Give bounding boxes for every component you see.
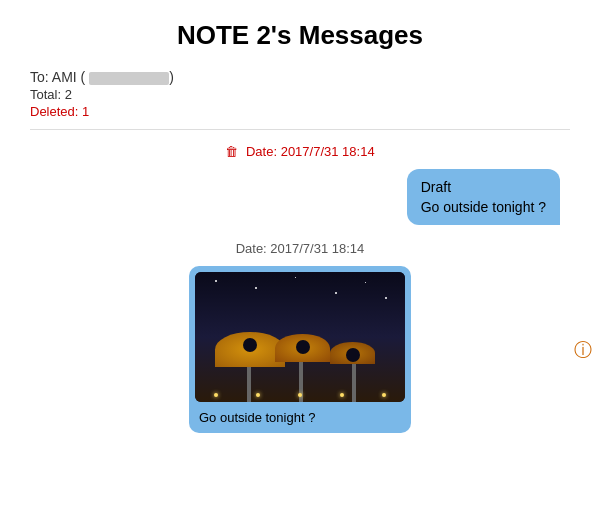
date-text-1: Date: 2017/7/31 18:14 bbox=[246, 144, 375, 159]
recipient-label: To: AMI ( bbox=[30, 69, 85, 85]
warning-icon: ⓘ bbox=[574, 338, 592, 362]
image-bubble-row: Go outside tonight ? ⓘ bbox=[30, 266, 570, 433]
date-text-2: Date: 2017/7/31 18:14 bbox=[236, 241, 365, 256]
dish-hole-2 bbox=[296, 340, 310, 354]
draft-bubble: Draft Go outside tonight ? bbox=[407, 169, 560, 225]
total-line: Total: 2 bbox=[30, 87, 570, 102]
recipient-section: To: AMI () Total: 2 Deleted: 1 bbox=[30, 69, 570, 119]
message-image bbox=[195, 272, 405, 402]
star bbox=[255, 287, 257, 289]
dish-2 bbox=[275, 334, 330, 362]
dish-hole-3 bbox=[346, 348, 360, 362]
light-dot bbox=[298, 393, 302, 397]
recipient-line: To: AMI () bbox=[30, 69, 570, 85]
star bbox=[385, 297, 387, 299]
night-background bbox=[195, 272, 405, 402]
light-dot bbox=[340, 393, 344, 397]
recipient-close: ) bbox=[169, 69, 174, 85]
draft-bubble-row: Draft Go outside tonight ? bbox=[30, 169, 570, 225]
deleted-line: Deleted: 1 bbox=[30, 104, 570, 119]
dish-3 bbox=[330, 342, 375, 364]
image-bubble: Go outside tonight ? bbox=[189, 266, 411, 433]
section-divider bbox=[30, 129, 570, 130]
message-container: 🗑 Date: 2017/7/31 18:14 Draft Go outside… bbox=[30, 144, 570, 433]
date-label-normal: Date: 2017/7/31 18:14 bbox=[30, 241, 570, 256]
draft-label: Draft bbox=[421, 179, 546, 195]
trash-icon: 🗑 bbox=[225, 144, 238, 159]
light-dot bbox=[382, 393, 386, 397]
dish-hole-1 bbox=[243, 338, 257, 352]
lights bbox=[195, 393, 405, 397]
light-dot bbox=[256, 393, 260, 397]
recipient-redacted bbox=[89, 72, 169, 85]
star bbox=[365, 282, 366, 283]
image-caption: Go outside tonight ? bbox=[195, 408, 405, 427]
draft-message-text: Go outside tonight ? bbox=[421, 199, 546, 215]
stars bbox=[195, 272, 405, 337]
star bbox=[335, 292, 337, 294]
star bbox=[295, 277, 296, 278]
date-label-deleted: 🗑 Date: 2017/7/31 18:14 bbox=[30, 144, 570, 159]
star bbox=[215, 280, 217, 282]
page-title: NOTE 2's Messages bbox=[30, 20, 570, 51]
light-dot bbox=[214, 393, 218, 397]
